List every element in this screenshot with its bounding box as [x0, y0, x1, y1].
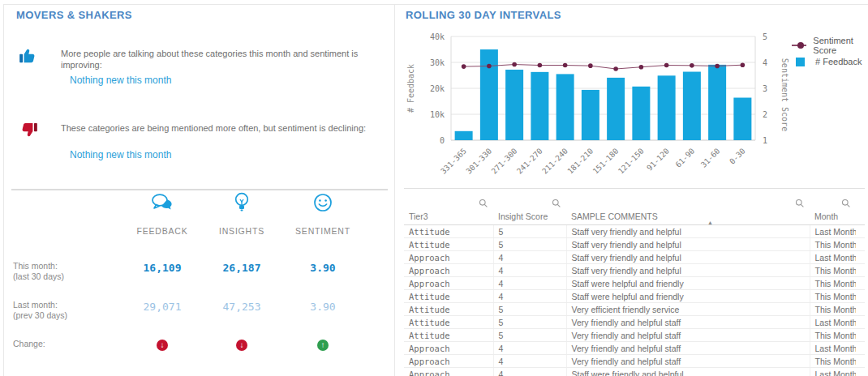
svg-text:91-120: 91-120 — [645, 146, 671, 172]
feedback-sentiment-chart[interactable]: 010k20k30k40k12345331-365301-330271-3002… — [402, 28, 792, 186]
svg-text:0: 0 — [440, 136, 445, 145]
header-sample-comments[interactable]: SAMPLE COMMENTS ▲ — [566, 189, 810, 225]
last-month-label: Last month: (prev 30 days) — [13, 300, 67, 321]
thumbs-up-icon — [18, 45, 39, 66]
last-month-feedback-value: 29,071 — [118, 301, 207, 313]
comments-table-body: Attitude5Staff very friendly and helpful… — [404, 225, 865, 376]
table-header-row: Tier3 Insight Score SAMPLE COMMENTS ▲ Mo… — [404, 189, 865, 225]
header-tier3[interactable]: Tier3 — [404, 189, 493, 225]
summary-header-feedback: FEEDBACK — [118, 226, 207, 236]
svg-text:241-270: 241-270 — [515, 146, 544, 175]
movers-down-text: These categories are being mentioned mor… — [61, 122, 381, 134]
table-row[interactable]: Approach4Staff were friendly and helpful… — [404, 368, 865, 376]
svg-text:3: 3 — [763, 84, 767, 93]
summary-header-insights: INSIGHTS — [197, 226, 286, 236]
header-month[interactable]: Month — [810, 189, 856, 225]
table-row[interactable]: Attitude5Very friendly and helpful staff… — [404, 316, 865, 329]
search-icon[interactable] — [479, 199, 488, 208]
svg-text:40k: 40k — [430, 32, 445, 41]
table-row[interactable]: Attitude4Staff were helpful and friendly… — [404, 290, 865, 303]
svg-text:4: 4 — [763, 58, 767, 67]
svg-text:# Feedback: # Feedback — [406, 64, 415, 113]
search-icon[interactable] — [795, 199, 805, 208]
svg-text:1: 1 — [763, 136, 767, 145]
movers-shakers-title: MOVERS & SHAKERS — [16, 9, 132, 21]
svg-text:30k: 30k — [430, 58, 445, 67]
sort-ascending-icon: ▲ — [707, 220, 713, 225]
movers-up-text: More people are talking about these cate… — [61, 48, 381, 70]
svg-text:301-330: 301-330 — [464, 146, 493, 175]
svg-text:Sentiment Score: Sentiment Score — [780, 58, 789, 131]
chart-svg: 010k20k30k40k12345331-365301-330271-3002… — [402, 28, 792, 186]
change-feedback-icon: ↓ — [157, 340, 168, 351]
thumbs-down-icon — [18, 119, 39, 140]
table-row[interactable]: Approach4Staff very friendly and helpful… — [404, 264, 865, 277]
this-month-feedback-value: 16,109 — [118, 262, 207, 274]
table-row[interactable]: Attitude5Staff very friendly and helpful… — [404, 238, 865, 251]
svg-text:5: 5 — [763, 32, 767, 41]
search-icon[interactable] — [552, 199, 561, 208]
header-spacer — [856, 189, 865, 225]
movers-up-link[interactable]: Nothing new this month — [70, 75, 171, 86]
svg-text:10k: 10k — [430, 110, 445, 119]
svg-text:271-300: 271-300 — [489, 146, 518, 175]
svg-text:2: 2 — [763, 110, 767, 119]
change-label: Change: — [13, 339, 45, 349]
table-row[interactable]: Attitude5Very efficient friendly service… — [404, 303, 865, 316]
summary-header-sentiment: SENTIMENT — [278, 226, 367, 236]
last-month-sentiment-value: 3.90 — [278, 301, 367, 313]
table-row[interactable]: Attitude5Staff very friendly and helpful… — [404, 225, 865, 238]
table-row[interactable]: Approach4Staff were helpful and friendly… — [404, 277, 865, 290]
svg-text:0-30: 0-30 — [728, 146, 747, 165]
last-month-insights-value: 47,253 — [197, 301, 286, 313]
sentiment-line-marker — [792, 45, 806, 46]
table-row[interactable]: Approach4Very friendly and helpful staff… — [404, 355, 865, 368]
table-row[interactable]: Attitude5Very friendly and helpful staff… — [404, 329, 865, 342]
summary-col-feedback: FEEDBACK — [118, 190, 207, 236]
svg-text:331-365: 331-365 — [439, 147, 468, 176]
chart-legend: Sentiment Score # Feedback — [792, 37, 868, 70]
this-month-insights-value: 26,187 — [197, 262, 286, 274]
this-month-label: This month: (last 30 days) — [13, 261, 64, 282]
search-icon[interactable] — [841, 199, 851, 208]
this-month-sentiment-value: 3.90 — [278, 262, 367, 274]
svg-text:61-90: 61-90 — [673, 146, 696, 169]
table-row[interactable]: Approach4Very friendly and helpful staff… — [404, 342, 865, 355]
table-row[interactable]: Approach4Staff very friendly and helpful… — [404, 251, 865, 264]
svg-text:181-210: 181-210 — [565, 146, 595, 175]
change-insights-icon: ↓ — [236, 340, 247, 351]
summary-col-insights: INSIGHTS — [197, 190, 286, 236]
svg-text:211-240: 211-240 — [540, 146, 569, 175]
legend-item-sentiment: Sentiment Score — [792, 37, 868, 53]
svg-text:151-180: 151-180 — [591, 146, 620, 175]
movers-down-link[interactable]: Nothing new this month — [70, 149, 171, 160]
feedback-icon — [118, 190, 207, 215]
sentiment-icon — [278, 190, 367, 215]
summary-col-sentiment: SENTIMENT — [278, 190, 367, 236]
svg-text:31-60: 31-60 — [699, 146, 722, 169]
insights-icon — [197, 190, 286, 215]
change-sentiment-icon: ↑ — [317, 340, 329, 351]
svg-text:121-150: 121-150 — [617, 146, 646, 175]
svg-text:20k: 20k — [430, 84, 445, 93]
legend-item-feedback: # Feedback — [792, 53, 868, 70]
header-insight-score[interactable]: Insight Score — [493, 189, 566, 225]
sample-comments-table: Tier3 Insight Score SAMPLE COMMENTS ▲ Mo… — [404, 188, 865, 376]
rolling-intervals-title: ROLLING 30 DAY INTERVALS — [406, 9, 561, 21]
panel-divider — [394, 5, 395, 376]
feedback-bar-marker — [796, 58, 805, 66]
